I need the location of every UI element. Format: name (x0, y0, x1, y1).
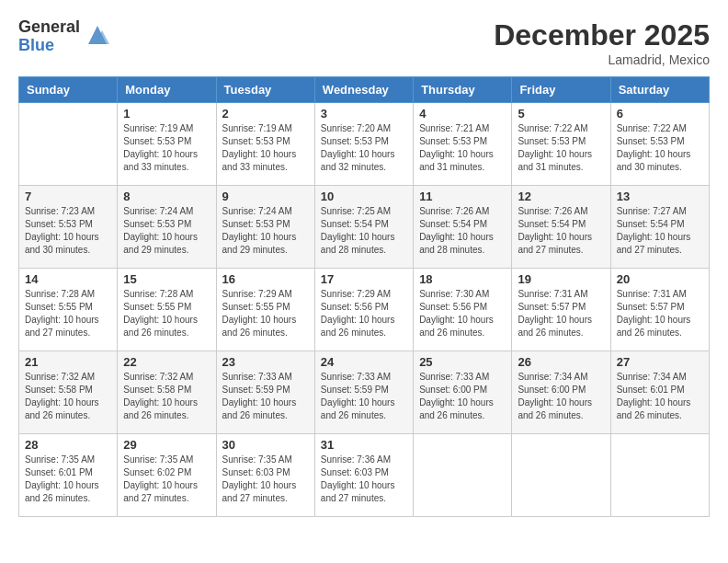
day-number: 7 (25, 190, 111, 203)
month-title: December 2025 (494, 18, 710, 52)
calendar-cell: 7Sunrise: 7:23 AM Sunset: 5:53 PM Daylig… (19, 186, 118, 269)
calendar-cell: 22Sunrise: 7:32 AM Sunset: 5:58 PM Dayli… (118, 351, 216, 434)
calendar-week-row: 7Sunrise: 7:23 AM Sunset: 5:53 PM Daylig… (19, 186, 710, 269)
day-of-week-header: Wednesday (314, 77, 413, 103)
day-number: 1 (123, 107, 210, 121)
day-info: Sunrise: 7:28 AM Sunset: 5:55 PM Dayligh… (25, 288, 111, 339)
day-info: Sunrise: 7:34 AM Sunset: 6:01 PM Dayligh… (617, 371, 703, 422)
calendar-cell: 13Sunrise: 7:27 AM Sunset: 5:54 PM Dayli… (610, 186, 709, 269)
calendar-cell (512, 434, 610, 517)
day-number: 14 (25, 272, 111, 286)
calendar-cell: 4Sunrise: 7:21 AM Sunset: 5:53 PM Daylig… (414, 103, 512, 186)
day-info: Sunrise: 7:19 AM Sunset: 5:53 PM Dayligh… (123, 122, 210, 174)
day-info: Sunrise: 7:32 AM Sunset: 5:58 PM Dayligh… (25, 371, 111, 422)
day-info: Sunrise: 7:34 AM Sunset: 6:00 PM Dayligh… (518, 371, 604, 422)
day-info: Sunrise: 7:21 AM Sunset: 5:53 PM Dayligh… (419, 122, 506, 174)
location: Lamadrid, Mexico (494, 52, 710, 67)
calendar-cell: 2Sunrise: 7:19 AM Sunset: 5:53 PM Daylig… (216, 103, 314, 186)
calendar-cell: 31Sunrise: 7:36 AM Sunset: 6:03 PM Dayli… (314, 434, 413, 517)
day-info: Sunrise: 7:27 AM Sunset: 5:54 PM Dayligh… (617, 205, 703, 257)
calendar-cell: 12Sunrise: 7:26 AM Sunset: 5:54 PM Dayli… (512, 186, 610, 269)
calendar-week-row: 28Sunrise: 7:35 AM Sunset: 6:01 PM Dayli… (19, 434, 710, 517)
calendar-cell: 5Sunrise: 7:22 AM Sunset: 5:53 PM Daylig… (512, 103, 610, 186)
calendar-cell: 24Sunrise: 7:33 AM Sunset: 5:59 PM Dayli… (314, 351, 413, 434)
calendar-cell: 16Sunrise: 7:29 AM Sunset: 5:55 PM Dayli… (216, 269, 314, 351)
day-info: Sunrise: 7:35 AM Sunset: 6:03 PM Dayligh… (222, 454, 309, 505)
day-number: 25 (419, 355, 506, 369)
day-number: 21 (25, 355, 111, 369)
calendar-cell: 11Sunrise: 7:26 AM Sunset: 5:54 PM Dayli… (414, 186, 512, 269)
day-info: Sunrise: 7:24 AM Sunset: 5:53 PM Dayligh… (222, 205, 309, 257)
day-number: 20 (617, 272, 703, 286)
logo: General Blue (18, 18, 111, 55)
calendar-table: SundayMondayTuesdayWednesdayThursdayFrid… (18, 76, 710, 517)
calendar-cell: 30Sunrise: 7:35 AM Sunset: 6:03 PM Dayli… (216, 434, 314, 517)
day-number: 16 (222, 272, 309, 286)
day-number: 24 (321, 355, 407, 369)
day-number: 28 (25, 438, 111, 452)
day-info: Sunrise: 7:22 AM Sunset: 5:53 PM Dayligh… (617, 122, 703, 174)
day-number: 22 (123, 355, 210, 369)
day-info: Sunrise: 7:26 AM Sunset: 5:54 PM Dayligh… (518, 205, 604, 257)
day-info: Sunrise: 7:35 AM Sunset: 6:01 PM Dayligh… (25, 454, 111, 505)
day-of-week-header: Friday (512, 77, 610, 103)
calendar-week-row: 1Sunrise: 7:19 AM Sunset: 5:53 PM Daylig… (19, 103, 710, 186)
day-number: 10 (321, 190, 407, 203)
calendar-cell: 10Sunrise: 7:25 AM Sunset: 5:54 PM Dayli… (314, 186, 413, 269)
calendar-cell (610, 434, 709, 517)
day-info: Sunrise: 7:20 AM Sunset: 5:53 PM Dayligh… (321, 122, 407, 174)
day-number: 12 (518, 190, 604, 203)
calendar-cell: 1Sunrise: 7:19 AM Sunset: 5:53 PM Daylig… (118, 103, 216, 186)
calendar-cell: 29Sunrise: 7:35 AM Sunset: 6:02 PM Dayli… (118, 434, 216, 517)
calendar-cell (414, 434, 512, 517)
calendar-cell: 23Sunrise: 7:33 AM Sunset: 5:59 PM Dayli… (216, 351, 314, 434)
day-of-week-header: Monday (118, 77, 216, 103)
day-info: Sunrise: 7:33 AM Sunset: 6:00 PM Dayligh… (419, 371, 506, 422)
logo-icon (84, 21, 111, 52)
calendar-header-row: SundayMondayTuesdayWednesdayThursdayFrid… (19, 77, 710, 103)
calendar-cell: 28Sunrise: 7:35 AM Sunset: 6:01 PM Dayli… (19, 434, 118, 517)
day-number: 4 (419, 107, 506, 121)
day-info: Sunrise: 7:28 AM Sunset: 5:55 PM Dayligh… (123, 288, 210, 339)
page-header: General Blue December 2025 Lamadrid, Mex… (18, 18, 710, 67)
day-of-week-header: Sunday (19, 77, 118, 103)
calendar-week-row: 14Sunrise: 7:28 AM Sunset: 5:55 PM Dayli… (19, 269, 710, 351)
day-info: Sunrise: 7:29 AM Sunset: 5:56 PM Dayligh… (321, 288, 407, 339)
day-number: 27 (617, 355, 703, 369)
day-number: 2 (222, 107, 309, 121)
calendar-cell: 9Sunrise: 7:24 AM Sunset: 5:53 PM Daylig… (216, 186, 314, 269)
day-info: Sunrise: 7:25 AM Sunset: 5:54 PM Dayligh… (321, 205, 407, 257)
calendar-cell: 27Sunrise: 7:34 AM Sunset: 6:01 PM Dayli… (610, 351, 709, 434)
day-number: 13 (617, 190, 703, 203)
day-info: Sunrise: 7:22 AM Sunset: 5:53 PM Dayligh… (518, 122, 604, 174)
day-info: Sunrise: 7:24 AM Sunset: 5:53 PM Dayligh… (123, 205, 210, 257)
day-number: 5 (518, 107, 604, 121)
day-info: Sunrise: 7:19 AM Sunset: 5:53 PM Dayligh… (222, 122, 309, 174)
day-number: 6 (617, 107, 703, 121)
day-of-week-header: Tuesday (216, 77, 314, 103)
calendar-cell: 19Sunrise: 7:31 AM Sunset: 5:57 PM Dayli… (512, 269, 610, 351)
calendar-cell: 15Sunrise: 7:28 AM Sunset: 5:55 PM Dayli… (118, 269, 216, 351)
day-info: Sunrise: 7:26 AM Sunset: 5:54 PM Dayligh… (419, 205, 506, 257)
day-info: Sunrise: 7:32 AM Sunset: 5:58 PM Dayligh… (123, 371, 210, 422)
calendar-cell: 18Sunrise: 7:30 AM Sunset: 5:56 PM Dayli… (414, 269, 512, 351)
calendar-cell: 6Sunrise: 7:22 AM Sunset: 5:53 PM Daylig… (610, 103, 709, 186)
day-number: 15 (123, 272, 210, 286)
day-number: 19 (518, 272, 604, 286)
day-number: 26 (518, 355, 604, 369)
day-number: 8 (123, 190, 210, 203)
day-of-week-header: Saturday (610, 77, 709, 103)
calendar-cell: 3Sunrise: 7:20 AM Sunset: 5:53 PM Daylig… (314, 103, 413, 186)
logo-blue-text: Blue (18, 37, 80, 55)
day-number: 9 (222, 190, 309, 203)
logo-general-text: General (18, 18, 80, 37)
day-number: 30 (222, 438, 309, 452)
day-info: Sunrise: 7:35 AM Sunset: 6:02 PM Dayligh… (123, 454, 210, 505)
day-number: 17 (321, 272, 407, 286)
calendar-cell: 8Sunrise: 7:24 AM Sunset: 5:53 PM Daylig… (118, 186, 216, 269)
day-info: Sunrise: 7:23 AM Sunset: 5:53 PM Dayligh… (25, 205, 111, 257)
day-of-week-header: Thursday (414, 77, 512, 103)
day-info: Sunrise: 7:33 AM Sunset: 5:59 PM Dayligh… (222, 371, 309, 422)
calendar-cell: 17Sunrise: 7:29 AM Sunset: 5:56 PM Dayli… (314, 269, 413, 351)
day-info: Sunrise: 7:29 AM Sunset: 5:55 PM Dayligh… (222, 288, 309, 339)
